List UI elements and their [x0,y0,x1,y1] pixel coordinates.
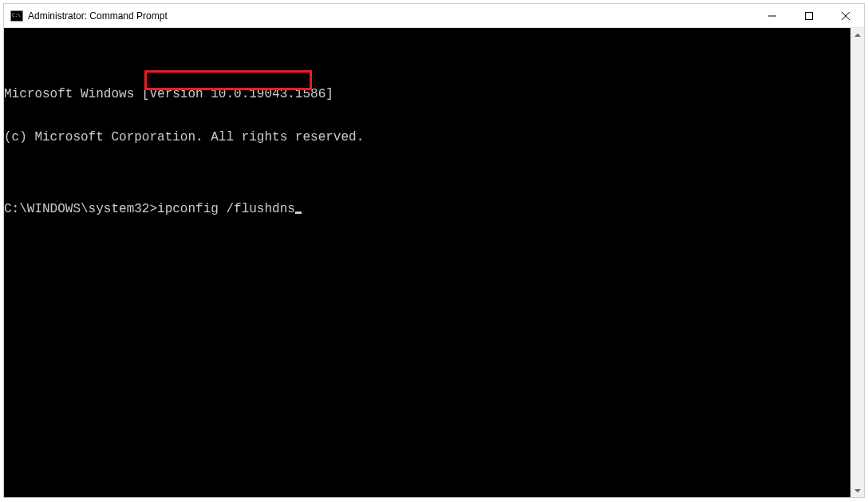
titlebar: Administrator: Command Prompt [4,4,864,28]
close-button[interactable] [827,4,864,27]
vertical-scrollbar[interactable] [850,28,864,497]
terminal-area[interactable]: Microsoft Windows [Version 10.0.19043.15… [4,28,864,497]
chevron-down-icon [854,489,861,492]
terminal-content: Microsoft Windows [Version 10.0.19043.15… [4,58,864,245]
prompt-path: C:\WINDOWS\system32> [4,202,157,216]
cursor [295,211,302,214]
maximize-button[interactable] [791,4,827,27]
titlebar-left: Administrator: Command Prompt [4,10,168,22]
svg-marker-4 [854,34,861,37]
minimize-icon [768,12,776,20]
window-title: Administrator: Command Prompt [28,10,168,22]
window-controls [754,4,864,27]
command-text: ipconfig /flushdns [157,202,295,216]
command-prompt-window: Administrator: Command Prompt Microsoft … [3,3,865,498]
scroll-track[interactable] [850,42,864,484]
svg-marker-5 [854,489,861,492]
minimize-button[interactable] [754,4,791,27]
scroll-down-button[interactable] [850,484,864,497]
cmd-icon [10,10,23,22]
close-icon [842,12,850,20]
svg-rect-1 [806,12,813,19]
chevron-up-icon [854,34,861,37]
maximize-icon [805,12,813,20]
scroll-up-button[interactable] [850,28,864,42]
terminal-line-version: Microsoft Windows [Version 10.0.19043.15… [4,87,864,101]
terminal-prompt-line: C:\WINDOWS\system32>ipconfig /flushdns [4,202,864,216]
terminal-line-copyright: (c) Microsoft Corporation. All rights re… [4,130,864,144]
